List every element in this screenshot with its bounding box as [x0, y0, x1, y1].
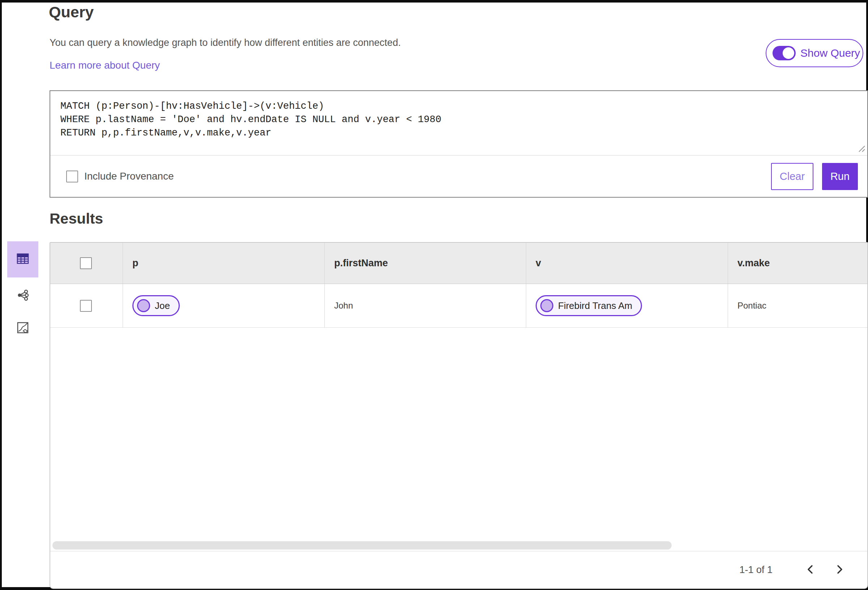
query-page: Query You can query a knowledge graph to…: [0, 0, 868, 590]
column-header-p[interactable]: p: [123, 243, 325, 284]
node-circle-icon: [540, 299, 554, 312]
page-title: Query: [49, 3, 94, 21]
query-code-textarea[interactable]: MATCH (p:Person)-[hv:HasVehicle]->(v:Veh…: [50, 91, 867, 156]
column-header-p-firstname[interactable]: p.firstName: [325, 243, 526, 284]
horizontal-scrollbar-thumb[interactable]: [52, 541, 672, 550]
row-checkbox[interactable]: [80, 300, 92, 312]
resize-grip-icon[interactable]: [856, 143, 865, 154]
table-header-row: p p.firstName v v.make: [50, 243, 867, 284]
column-header-v[interactable]: v: [526, 243, 728, 284]
network-icon: [16, 289, 29, 303]
cell-p: Joe: [123, 284, 325, 327]
graph-view-button[interactable]: [7, 285, 38, 307]
next-page-button[interactable]: [829, 559, 851, 581]
include-provenance-checkbox[interactable]: [66, 171, 78, 182]
previous-page-button[interactable]: [799, 559, 821, 581]
query-controls-row: Include Provenance Clear Run: [50, 156, 867, 197]
show-query-label: Show Query: [800, 47, 860, 59]
table-view-button[interactable]: [7, 241, 38, 278]
cell-v-make: Pontiac: [728, 284, 867, 327]
horizontal-scrollbar: [50, 540, 867, 551]
page-description: You can query a knowledge graph to ident…: [50, 37, 401, 49]
toggle-on-icon[interactable]: [772, 46, 796, 60]
cell-p-firstname: John: [325, 284, 526, 327]
column-header-v-make[interactable]: v.make: [728, 243, 867, 284]
show-query-toggle-button[interactable]: Show Query: [766, 39, 863, 67]
entity-chip-vehicle[interactable]: Firebird Trans Am: [536, 295, 642, 316]
header-checkbox-cell: [50, 243, 123, 284]
node-circle-icon: [137, 299, 150, 312]
table-icon: [17, 253, 29, 266]
chevron-right-icon: [835, 564, 844, 576]
chevron-left-icon: [805, 564, 815, 576]
entity-chip-person[interactable]: Joe: [132, 295, 180, 316]
map-icon: [17, 322, 28, 335]
clear-button[interactable]: Clear: [771, 163, 813, 190]
select-all-checkbox[interactable]: [80, 257, 92, 269]
query-editor-panel: MATCH (p:Person)-[hv:HasVehicle]->(v:Veh…: [50, 90, 868, 198]
cell-v: Firebird Trans Am: [526, 284, 728, 327]
table-footer: 1-1 of 1: [50, 551, 867, 588]
entity-chip-label: Firebird Trans Am: [558, 300, 632, 312]
pagination-range-label: 1-1 of 1: [739, 564, 772, 575]
run-button[interactable]: Run: [822, 163, 858, 190]
row-checkbox-cell: [50, 284, 123, 327]
include-provenance-label: Include Provenance: [84, 171, 174, 182]
results-table-card: p p.firstName v v.make Joe John Firebird…: [50, 242, 868, 589]
entity-chip-label: Joe: [155, 300, 170, 312]
table-empty-area: [50, 328, 867, 540]
toggle-knob: [782, 47, 794, 59]
table-row[interactable]: Joe John Firebird Trans Am Pontiac: [50, 284, 867, 328]
learn-more-link[interactable]: Learn more about Query: [50, 60, 160, 71]
results-title: Results: [50, 210, 103, 227]
map-view-button[interactable]: [7, 315, 38, 341]
